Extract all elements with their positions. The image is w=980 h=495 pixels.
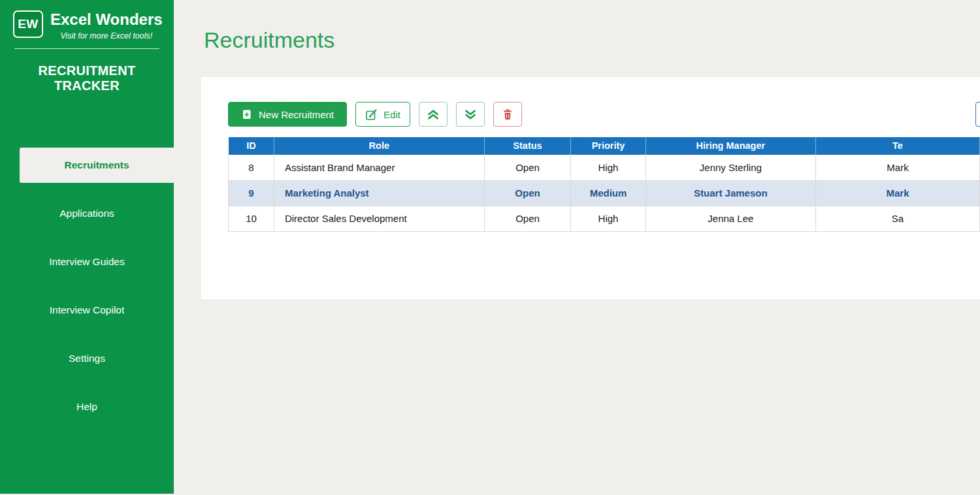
sidebar-item-applications[interactable]: Applications xyxy=(0,196,174,231)
trash-icon xyxy=(502,108,513,120)
cell-team: Sa xyxy=(816,206,980,231)
main-area: Recruitments New Recruitment xyxy=(174,0,980,495)
new-recruitment-label: New Recruitment xyxy=(259,109,334,120)
cell-priority: Medium xyxy=(571,180,645,206)
app-title: RECRUITMENT TRACKER xyxy=(0,63,174,94)
sidebar-item-interview-copilot[interactable]: Interview Copilot xyxy=(0,293,174,328)
table-header-row: IDRoleStatusPriorityHiring ManagerTe xyxy=(229,137,980,155)
cell-team: Mark xyxy=(816,180,980,206)
move-up-button[interactable] xyxy=(419,102,448,127)
sidebar-divider xyxy=(14,48,159,49)
sidebar-item-help[interactable]: Help xyxy=(0,389,174,424)
cell-status: Open xyxy=(484,155,571,180)
sidebar-item-recruitments[interactable]: Recruitments xyxy=(20,148,174,183)
cell-id: 10 xyxy=(229,206,274,231)
cell-id: 8 xyxy=(229,155,274,180)
edit-pencil-icon xyxy=(365,108,378,121)
edit-button[interactable]: Edit xyxy=(355,102,410,127)
column-header-status[interactable]: Status xyxy=(484,137,571,155)
cell-priority: High xyxy=(571,155,645,180)
column-header-priority[interactable]: Priority xyxy=(571,137,645,155)
table-body: 8Assistant Brand ManagerOpenHighJenny St… xyxy=(229,155,980,231)
sidebar-item-interview-guides[interactable]: Interview Guides xyxy=(0,244,174,279)
column-header-role[interactable]: Role xyxy=(274,137,484,155)
table-row[interactable]: 10Director Sales DevelopmentOpenHighJenn… xyxy=(229,206,980,231)
edit-label: Edit xyxy=(384,109,400,120)
table-row[interactable]: 9Marketing AnalystOpenMediumStuart James… xyxy=(229,180,980,206)
logo-name: Excel Wonders xyxy=(50,10,163,29)
delete-button[interactable] xyxy=(493,102,522,127)
recruitments-table: IDRoleStatusPriorityHiring ManagerTe 8As… xyxy=(228,137,980,232)
table-row[interactable]: 8Assistant Brand ManagerOpenHighJenny St… xyxy=(229,155,980,180)
cell-role: Marketing Analyst xyxy=(274,180,484,206)
cell-manager: Stuart Jameson xyxy=(645,180,815,206)
logo-tagline: Visit for more Excel tools! xyxy=(60,31,152,40)
cell-team: Mark xyxy=(816,155,980,180)
cell-status: Open xyxy=(484,206,571,231)
column-header-hiring-manager[interactable]: Hiring Manager xyxy=(645,137,815,155)
column-header-te[interactable]: Te xyxy=(816,137,980,155)
cell-manager: Jenny Sterling xyxy=(645,155,815,180)
sidebar-nav: RecruitmentsApplicationsInterview Guides… xyxy=(0,148,174,424)
new-recruitment-button[interactable]: New Recruitment xyxy=(228,102,347,127)
cell-role: Director Sales Development xyxy=(274,206,484,231)
logo-text: Excel Wonders Visit for more Excel tools… xyxy=(50,10,163,40)
column-header-id[interactable]: ID xyxy=(229,137,274,155)
cell-role: Assistant Brand Manager xyxy=(274,155,484,180)
clipped-toolbar-button[interactable] xyxy=(975,102,980,127)
content-panel: New Recruitment Edit xyxy=(201,77,980,299)
cell-status: Open xyxy=(484,180,571,206)
excel-wonders-logo-icon: EW xyxy=(13,10,43,38)
clipboard-plus-icon xyxy=(241,108,253,120)
toolbar: New Recruitment Edit xyxy=(228,102,522,127)
sidebar-item-settings[interactable]: Settings xyxy=(0,341,174,376)
cell-manager: Jenna Lee xyxy=(645,206,815,231)
logo: EW Excel Wonders Visit for more Excel to… xyxy=(0,0,174,40)
page-title: Recruitments xyxy=(204,27,335,53)
double-chevron-down-icon xyxy=(464,109,477,120)
cell-priority: High xyxy=(571,206,645,231)
sidebar: EW Excel Wonders Visit for more Excel to… xyxy=(0,0,174,494)
move-down-button[interactable] xyxy=(456,102,485,127)
cell-id: 9 xyxy=(229,180,274,206)
double-chevron-up-icon xyxy=(427,109,440,120)
